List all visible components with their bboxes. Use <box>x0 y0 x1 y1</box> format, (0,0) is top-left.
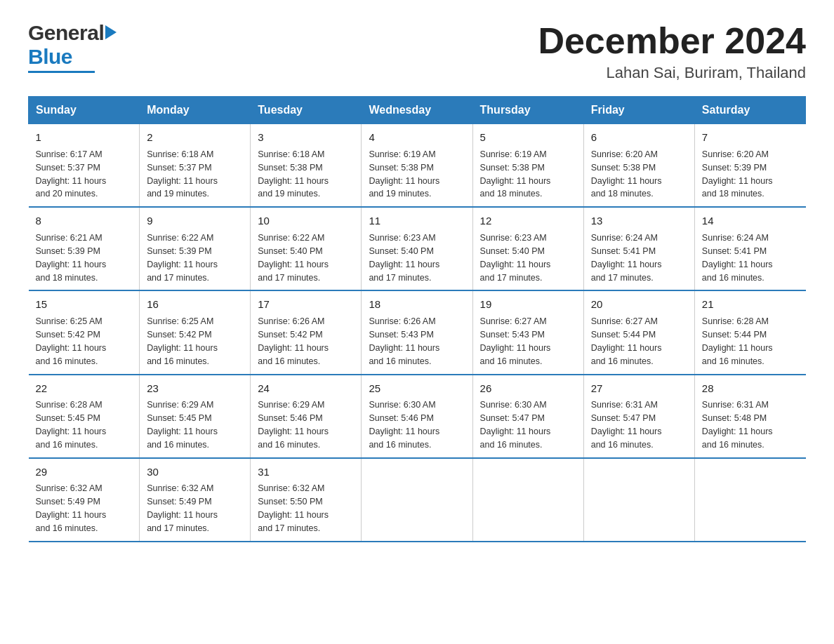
calendar-cell: 24Sunrise: 6:29 AMSunset: 5:46 PMDayligh… <box>251 375 362 458</box>
calendar-cell: 14Sunrise: 6:24 AMSunset: 5:41 PMDayligh… <box>694 207 805 290</box>
header-tuesday: Tuesday <box>251 97 362 124</box>
cell-info: Sunrise: 6:32 AMSunset: 5:50 PMDaylight:… <box>258 483 329 533</box>
day-number: 12 <box>480 213 576 229</box>
cell-info: Sunrise: 6:18 AMSunset: 5:37 PMDaylight:… <box>147 149 218 199</box>
day-number: 2 <box>147 130 243 145</box>
calendar-cell: 25Sunrise: 6:30 AMSunset: 5:46 PMDayligh… <box>362 375 472 458</box>
calendar-cell: 10Sunrise: 6:22 AMSunset: 5:40 PMDayligh… <box>251 207 362 290</box>
cell-info: Sunrise: 6:28 AMSunset: 5:45 PMDaylight:… <box>36 400 107 450</box>
day-number: 31 <box>258 464 354 480</box>
day-number: 11 <box>369 213 465 229</box>
cell-info: Sunrise: 6:19 AMSunset: 5:38 PMDaylight:… <box>480 149 551 199</box>
header-saturday: Saturday <box>694 97 805 124</box>
cell-info: Sunrise: 6:29 AMSunset: 5:46 PMDaylight:… <box>258 400 329 450</box>
day-number: 7 <box>702 130 799 145</box>
cell-info: Sunrise: 6:23 AMSunset: 5:40 PMDaylight:… <box>369 233 439 283</box>
day-number: 24 <box>258 381 354 396</box>
calendar-cell: 30Sunrise: 6:32 AMSunset: 5:49 PMDayligh… <box>140 458 251 542</box>
calendar-cell <box>472 458 583 542</box>
cell-info: Sunrise: 6:30 AMSunset: 5:47 PMDaylight:… <box>480 400 551 450</box>
calendar-cell: 6Sunrise: 6:20 AMSunset: 5:38 PMDaylight… <box>583 124 694 208</box>
calendar-cell: 3Sunrise: 6:18 AMSunset: 5:38 PMDaylight… <box>251 124 362 208</box>
page-header: General Blue December 2024 Lahan Sai, Bu… <box>28 21 806 82</box>
calendar-cell: 15Sunrise: 6:25 AMSunset: 5:42 PMDayligh… <box>29 290 140 374</box>
week-row-5: 29Sunrise: 6:32 AMSunset: 5:49 PMDayligh… <box>29 458 806 542</box>
day-number: 25 <box>369 381 465 396</box>
calendar-cell: 7Sunrise: 6:20 AMSunset: 5:39 PMDaylight… <box>694 124 805 208</box>
cell-info: Sunrise: 6:32 AMSunset: 5:49 PMDaylight:… <box>147 483 218 533</box>
day-number: 19 <box>480 297 576 312</box>
day-number: 13 <box>591 213 687 229</box>
day-number: 16 <box>147 297 243 312</box>
day-number: 6 <box>591 130 687 145</box>
day-number: 27 <box>591 381 687 396</box>
logo-general: General <box>28 21 104 45</box>
calendar-cell: 8Sunrise: 6:21 AMSunset: 5:39 PMDaylight… <box>29 207 140 290</box>
week-row-1: 1Sunrise: 6:17 AMSunset: 5:37 PMDaylight… <box>29 124 806 208</box>
cell-info: Sunrise: 6:27 AMSunset: 5:44 PMDaylight:… <box>591 316 662 366</box>
calendar-cell: 1Sunrise: 6:17 AMSunset: 5:37 PMDaylight… <box>29 124 140 208</box>
week-row-4: 22Sunrise: 6:28 AMSunset: 5:45 PMDayligh… <box>29 375 806 458</box>
header-wednesday: Wednesday <box>362 97 472 124</box>
day-number: 3 <box>258 130 354 145</box>
cell-info: Sunrise: 6:23 AMSunset: 5:40 PMDaylight:… <box>480 233 551 283</box>
cell-info: Sunrise: 6:30 AMSunset: 5:46 PMDaylight:… <box>369 400 439 450</box>
header-thursday: Thursday <box>472 97 583 124</box>
calendar-table: SundayMondayTuesdayWednesdayThursdayFrid… <box>28 96 806 542</box>
cell-info: Sunrise: 6:26 AMSunset: 5:42 PMDaylight:… <box>258 316 329 366</box>
header-monday: Monday <box>140 97 251 124</box>
calendar-cell: 17Sunrise: 6:26 AMSunset: 5:42 PMDayligh… <box>251 290 362 374</box>
cell-info: Sunrise: 6:24 AMSunset: 5:41 PMDaylight:… <box>702 233 773 283</box>
calendar-cell: 28Sunrise: 6:31 AMSunset: 5:48 PMDayligh… <box>694 375 805 458</box>
location-label: Lahan Sai, Buriram, Thailand <box>538 64 806 82</box>
calendar-cell <box>583 458 694 542</box>
day-number: 1 <box>36 130 133 145</box>
day-number: 22 <box>36 381 133 396</box>
calendar-cell: 9Sunrise: 6:22 AMSunset: 5:39 PMDaylight… <box>140 207 251 290</box>
calendar-cell: 2Sunrise: 6:18 AMSunset: 5:37 PMDaylight… <box>140 124 251 208</box>
calendar-cell: 20Sunrise: 6:27 AMSunset: 5:44 PMDayligh… <box>583 290 694 374</box>
calendar-cell: 13Sunrise: 6:24 AMSunset: 5:41 PMDayligh… <box>583 207 694 290</box>
header-sunday: Sunday <box>29 97 140 124</box>
cell-info: Sunrise: 6:22 AMSunset: 5:40 PMDaylight:… <box>258 233 329 283</box>
week-row-3: 15Sunrise: 6:25 AMSunset: 5:42 PMDayligh… <box>29 290 806 374</box>
cell-info: Sunrise: 6:25 AMSunset: 5:42 PMDaylight:… <box>147 316 218 366</box>
day-number: 26 <box>480 381 576 396</box>
day-number: 15 <box>36 297 133 312</box>
cell-info: Sunrise: 6:21 AMSunset: 5:39 PMDaylight:… <box>36 233 107 283</box>
cell-info: Sunrise: 6:19 AMSunset: 5:38 PMDaylight:… <box>369 149 439 199</box>
cell-info: Sunrise: 6:24 AMSunset: 5:41 PMDaylight:… <box>591 233 662 283</box>
logo: General Blue <box>28 21 117 73</box>
day-number: 18 <box>369 297 465 312</box>
day-number: 14 <box>702 213 799 229</box>
calendar-cell: 23Sunrise: 6:29 AMSunset: 5:45 PMDayligh… <box>140 375 251 458</box>
day-number: 17 <box>258 297 354 312</box>
cell-info: Sunrise: 6:20 AMSunset: 5:39 PMDaylight:… <box>702 149 773 199</box>
cell-info: Sunrise: 6:18 AMSunset: 5:38 PMDaylight:… <box>258 149 329 199</box>
day-number: 29 <box>36 464 133 480</box>
calendar-cell: 12Sunrise: 6:23 AMSunset: 5:40 PMDayligh… <box>472 207 583 290</box>
cell-info: Sunrise: 6:29 AMSunset: 5:45 PMDaylight:… <box>147 400 218 450</box>
cell-info: Sunrise: 6:27 AMSunset: 5:43 PMDaylight:… <box>480 316 551 366</box>
calendar-cell: 21Sunrise: 6:28 AMSunset: 5:44 PMDayligh… <box>694 290 805 374</box>
day-number: 8 <box>36 213 133 229</box>
cell-info: Sunrise: 6:31 AMSunset: 5:48 PMDaylight:… <box>702 400 773 450</box>
logo-blue: Blue <box>28 45 72 68</box>
calendar-cell <box>362 458 472 542</box>
calendar-header-row: SundayMondayTuesdayWednesdayThursdayFrid… <box>29 97 806 124</box>
logo-arrow-icon <box>105 25 117 39</box>
logo-underline <box>28 71 95 73</box>
cell-info: Sunrise: 6:17 AMSunset: 5:37 PMDaylight:… <box>36 149 107 199</box>
day-number: 20 <box>591 297 687 312</box>
week-row-2: 8Sunrise: 6:21 AMSunset: 5:39 PMDaylight… <box>29 207 806 290</box>
cell-info: Sunrise: 6:31 AMSunset: 5:47 PMDaylight:… <box>591 400 662 450</box>
cell-info: Sunrise: 6:28 AMSunset: 5:44 PMDaylight:… <box>702 316 773 366</box>
cell-info: Sunrise: 6:32 AMSunset: 5:49 PMDaylight:… <box>36 483 107 533</box>
cell-info: Sunrise: 6:25 AMSunset: 5:42 PMDaylight:… <box>36 316 107 366</box>
calendar-cell: 4Sunrise: 6:19 AMSunset: 5:38 PMDaylight… <box>362 124 472 208</box>
day-number: 4 <box>369 130 465 145</box>
day-number: 28 <box>702 381 799 396</box>
cell-info: Sunrise: 6:22 AMSunset: 5:39 PMDaylight:… <box>147 233 218 283</box>
calendar-cell: 27Sunrise: 6:31 AMSunset: 5:47 PMDayligh… <box>583 375 694 458</box>
calendar-cell: 16Sunrise: 6:25 AMSunset: 5:42 PMDayligh… <box>140 290 251 374</box>
